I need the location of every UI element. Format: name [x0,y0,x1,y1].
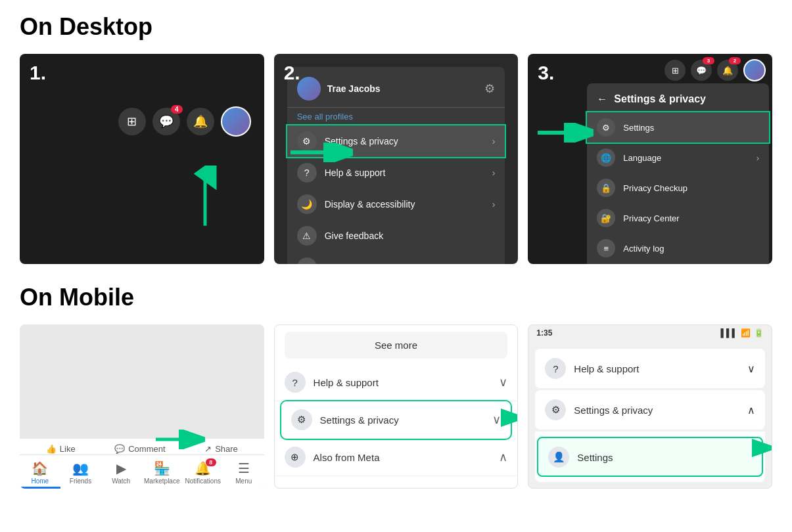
mobile-help-icon: ? [285,372,306,393]
mobile-tab-friends[interactable]: 👥 Friends [60,455,101,489]
mobile-s-settings-privacy-item[interactable]: ⚙ Settings & privacy ∧ [535,390,765,430]
help-chevron: › [492,167,496,178]
share-button[interactable]: ↗ Share [204,444,238,454]
display-accessibility-item[interactable]: 🌙 Display & accessibility › [287,188,505,220]
signal-icon: ▌▌▌ [721,328,738,338]
like-button[interactable]: 👍 Like [46,444,76,454]
like-label: Like [60,444,76,454]
settings-panel-header: ← Settings & privacy [587,87,769,112]
mobile-settings-privacy-item[interactable]: ⚙ Settings & privacy ∨ [281,401,511,439]
help-support-label: Help & support [325,167,386,178]
display-icon: 🌙 [297,194,317,214]
settings-item-privacy-checkup[interactable]: 🔒 Privacy Checkup [587,173,769,203]
grid-icon-sm: ⊞ [664,60,686,81]
mobile-settings-chevron: ∨ [492,412,501,427]
user-avatar[interactable] [221,106,251,137]
notifications-badge: 8 [206,458,216,466]
activity-log-icon: ≡ [597,239,615,257]
mobile-help-label: Help & support [314,377,379,388]
settings-item-settings[interactable]: ⚙ Settings [587,112,769,143]
settings-item-activity-log[interactable]: ≡ Activity log [587,233,769,263]
mobile-s-settings-privacy-label: Settings & privacy [574,405,653,416]
mobile-s-help-item[interactable]: ? Help & support ∨ [535,349,765,388]
watch-icon: ▶ [116,460,126,476]
step1-mobile-arrow [152,430,205,449]
settings-item-privacy-center[interactable]: 🔐 Privacy Center [587,203,769,233]
mobile-s-settings-label: Settings [577,452,613,463]
give-feedback-label: Give feedback [325,231,384,241]
step2-number: 2. [284,62,300,84]
step1-mobile-panel: 👍 Like 💬 Comment ↗ Share [20,324,264,489]
home-tab-label: Home [31,477,49,485]
see-all-profiles[interactable]: See all profiles [287,108,505,125]
menu-avatar [297,77,321,100]
feedback-icon: ⚠ [297,226,317,246]
step1-arrow [185,166,225,231]
step3-mobile-arrow [752,438,772,458]
mobile-also-from-meta-label: Also from Meta [314,452,380,463]
step2-mobile-arrow [501,408,518,428]
battery-icon: 🔋 [754,328,764,338]
msg-badge-sm: 3 [703,57,714,64]
back-arrow-icon[interactable]: ← [597,93,607,105]
see-more-label: See more [375,340,417,351]
mobile-s-help-icon: ? [545,358,566,379]
mobile-tab-watch[interactable]: ▶ Watch [101,455,141,489]
mobile-also-from-meta-item[interactable]: ⊕ Also from Meta ∧ [275,439,518,476]
mobile-time-bar: 1:35 ▌▌▌ 📶 🔋 [528,325,772,341]
comment-icon: 💬 [114,444,125,454]
step3-arrow [534,123,594,143]
step2-dropdown: Trae Jacobs ⚙ See all profiles ⚙ Setting… [287,67,505,264]
display-accessibility-label: Display & accessibility [325,199,415,210]
share-label: Share [215,444,238,454]
bell-icon-sm: 🔔2 [717,60,738,81]
avatar-sm [743,59,766,81]
privacy-center-label: Privacy Center [623,213,679,223]
settings-privacy-chevron: › [492,136,496,146]
logout-item[interactable]: ↩ Log Out [287,252,505,264]
mobile-tab-marketplace[interactable]: 🏪 Marketplace [141,455,182,489]
step3-top-icons: ⊞ 💬3 🔔2 [664,59,766,81]
mobile-s-settings-item[interactable]: 👤 Settings [538,438,762,476]
mobile-tab-home[interactable]: 🏠 Home [20,455,60,489]
mobile-meta-icon: ⊕ [285,447,306,468]
mobile-settings-icon: ⚙ [291,409,312,430]
grid-icon[interactable]: ⊞ [118,108,146,135]
watch-tab-label: Watch [112,477,130,485]
mobile-help-support-item[interactable]: ? Help & support ∨ [275,364,518,401]
home-icon: 🏠 [32,460,48,476]
logout-icon: ↩ [297,257,317,264]
privacy-checkup-label: Privacy Checkup [623,183,687,193]
step1-number: 1. [30,62,46,84]
mobile-settings-menu: ? Help & support ∨ ⚙ Settings & privacy … [528,342,772,489]
privacy-checkup-icon: 🔒 [597,179,615,197]
give-feedback-item[interactable]: ⚠ Give feedback [287,220,505,252]
mobile-s-help-expand: ∨ [747,363,755,375]
share-icon: ↗ [204,444,212,454]
mobile-screenshots-row: 👍 Like 💬 Comment ↗ Share [20,324,772,489]
messenger-badge: 4 [171,105,183,114]
display-chevron: › [492,199,496,210]
privacy-center-icon: 🔐 [597,209,615,227]
settings-sub-panel: 👤 Settings [535,432,765,482]
mobile-time: 1:35 [536,328,552,338]
step2-arrow [287,143,353,162]
messenger-icon[interactable]: 💬 4 [152,108,180,135]
wifi-icon: 📶 [741,328,751,338]
settings-icon-menu: ⚙ [484,81,495,96]
mobile-tab-menu[interactable]: ☰ Menu [223,455,264,489]
friends-icon: 👥 [72,460,89,476]
settings-item-language[interactable]: 🌐 Language › [587,143,769,173]
settings-item-feed[interactable]: 👤 Feed [587,263,769,264]
mobile-help-chevron: ∨ [499,375,507,389]
mobile-menu: See more ? Help & support ∨ ⚙ Settings &… [275,325,518,483]
step3-desktop-panel: 3. ⊞ 💬3 🔔2 ← Settings [528,54,772,264]
desktop-nav-bar: ⊞ 💬 4 🔔 [118,106,251,137]
logout-label: Log Out [325,262,358,264]
bell-icon[interactable]: 🔔 [187,108,214,135]
status-icons: ▌▌▌ 📶 🔋 [721,328,764,338]
mobile-tab-notifications[interactable]: 🔔 8 Notifications [182,455,223,489]
mobile-s-settings-icon: 👤 [548,447,569,468]
see-more-button[interactable]: See more [285,332,508,359]
menu-header: Trae Jacobs ⚙ [287,70,505,108]
